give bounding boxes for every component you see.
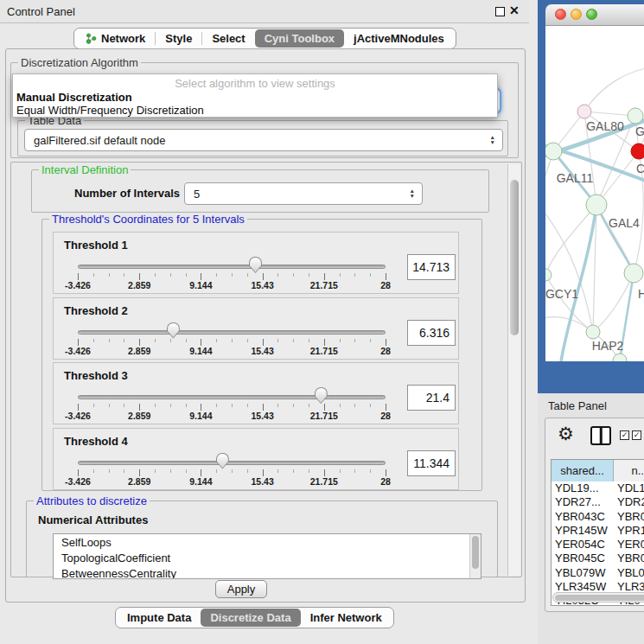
network-node[interactable] xyxy=(628,108,643,124)
tab-cyni-toolbox[interactable]: Cyni Toolbox xyxy=(255,29,344,48)
table-cell[interactable]: YBR043C xyxy=(552,510,614,524)
tab-jactivemnodules[interactable]: jActiveMNodules xyxy=(344,29,454,48)
network-icon xyxy=(86,33,97,44)
threshold-panel: Threshold 3-3.4262.8599.14415.4321.71528… xyxy=(53,362,459,424)
table-data-combobox[interactable]: galFiltered.sif default node ▲▼ xyxy=(24,129,503,151)
table-cell[interactable]: YBR0 xyxy=(614,510,644,524)
tab-discretize-data[interactable]: Discretize Data xyxy=(201,609,300,627)
attributes-scrollbar-thumb[interactable] xyxy=(472,536,479,569)
network-node[interactable] xyxy=(545,269,552,281)
threshold-panel: Threshold 2-3.4262.8599.14415.4321.71528… xyxy=(53,297,459,360)
table-row[interactable]: YER054CYER0 xyxy=(552,538,644,552)
slider-track[interactable] xyxy=(78,265,386,269)
tab-label: Style xyxy=(165,32,192,45)
table-cell[interactable]: YER0 xyxy=(614,538,644,552)
tab-network[interactable]: Network xyxy=(76,29,155,48)
close-icon[interactable]: ✕ xyxy=(509,3,520,17)
table-hscrollbar-thumb[interactable] xyxy=(555,595,644,601)
column-header-name[interactable]: n... xyxy=(614,460,644,481)
threshold-value-field[interactable]: 6.316 xyxy=(407,320,456,346)
table-horizontal-scrollbar[interactable] xyxy=(552,592,644,603)
split-columns-icon[interactable] xyxy=(590,426,611,445)
network-node[interactable] xyxy=(613,354,627,361)
control-panel-title: Control Panel xyxy=(7,5,75,18)
tab-infer-network[interactable]: Infer Network xyxy=(301,609,392,627)
table-cell[interactable]: YDR27... xyxy=(552,495,614,509)
table-row[interactable]: YBL079WYBL0 xyxy=(552,566,644,580)
settings-scrollbar-thumb[interactable] xyxy=(510,180,519,335)
threshold-label: Threshold 2 xyxy=(64,304,128,317)
table-cell[interactable]: YPR1 xyxy=(614,524,644,538)
network-node[interactable] xyxy=(631,143,644,159)
table-cell[interactable]: YDL1 xyxy=(614,481,644,495)
apply-button[interactable]: Apply xyxy=(215,580,267,598)
slider-thumb[interactable] xyxy=(216,453,229,469)
threshold-value-field[interactable]: 11.344 xyxy=(407,450,456,476)
table-panel-region: Table Panel ⚙ ✓ ✓ shared... n... YDL19..… xyxy=(538,393,644,644)
network-node[interactable] xyxy=(577,105,591,118)
slider-track[interactable] xyxy=(78,330,386,335)
attributes-scrollbar[interactable] xyxy=(469,534,481,578)
attribute-list-item[interactable]: SelfLoops xyxy=(54,534,481,550)
close-traffic-light-icon[interactable] xyxy=(555,9,566,20)
checkbox-icon[interactable]: ✓ xyxy=(620,430,629,440)
interval-definition-title: Interval Definition xyxy=(39,163,131,176)
algorithm-option-equal-width[interactable]: Equal Width/Frequency Discretization xyxy=(16,104,204,117)
table-row[interactable]: YBR045CYBR0 xyxy=(552,552,644,565)
slider-track[interactable] xyxy=(78,461,386,465)
table-row[interactable]: YDR27...YDR2 xyxy=(552,495,644,509)
table-cell[interactable]: YDR2 xyxy=(614,495,644,509)
attribute-list-item[interactable]: BetweennessCentrality xyxy=(54,565,481,579)
table-cell[interactable]: YDL19... xyxy=(552,481,614,495)
threshold-value-field[interactable]: 14.713 xyxy=(407,254,456,280)
threshold-label: Threshold 4 xyxy=(64,435,128,448)
slider-thumb[interactable] xyxy=(167,322,180,339)
attribute-list-item[interactable]: TopologicalCoefficient xyxy=(54,550,481,565)
slider-track[interactable] xyxy=(78,395,386,399)
table-cell[interactable]: YPR145W xyxy=(552,524,614,538)
tab-select[interactable]: Select xyxy=(202,29,254,48)
checkbox-icon[interactable]: ✓ xyxy=(632,430,641,440)
threshold-label: Threshold 3 xyxy=(64,369,128,382)
table-cell[interactable]: YBL079W xyxy=(552,566,614,580)
node-label: GAL80 xyxy=(586,119,624,133)
network-node[interactable] xyxy=(624,264,643,283)
threshold-value-field[interactable]: 21.4 xyxy=(407,385,456,411)
node-label: H xyxy=(638,287,644,301)
table-cell[interactable]: YBR0 xyxy=(614,552,644,565)
slider-thumb[interactable] xyxy=(249,257,262,273)
network-edge xyxy=(545,203,593,332)
tab-label: Impute Data xyxy=(127,611,191,624)
algorithm-option-manual[interactable]: Manual Discretization xyxy=(16,91,132,104)
minimize-traffic-light-icon[interactable] xyxy=(571,9,582,20)
slider-thumb[interactable] xyxy=(315,387,328,404)
table-row[interactable]: YBR043CYBR0 xyxy=(552,510,644,524)
interval-definition-group: Interval Definition Number of Intervals … xyxy=(31,169,489,213)
zoom-traffic-light-icon[interactable] xyxy=(586,9,597,20)
node-label: GAL xyxy=(635,124,644,138)
table-cell[interactable]: YBL0 xyxy=(614,566,644,580)
table-row[interactable]: YDL19...YDL1 xyxy=(552,481,644,495)
network-canvas[interactable]: GAL80GALCGAL11GAL4GCY1HHAP2 xyxy=(545,26,644,361)
gear-icon[interactable]: ⚙ xyxy=(558,424,574,444)
spinner-arrows-icon: ▲▼ xyxy=(410,188,415,199)
attributes-group-title: Attributes to discretize xyxy=(34,494,150,507)
table-row[interactable]: YPR145WYPR1 xyxy=(552,524,644,538)
network-window-titlebar[interactable] xyxy=(545,4,644,26)
node-attribute-table: shared... n... YDL19...YDL1YDR27...YDR2Y… xyxy=(551,459,644,606)
number-of-intervals-combobox[interactable]: 5 ▲▼ xyxy=(184,182,423,205)
network-edge-highlighted xyxy=(596,205,634,273)
settings-scrollbar[interactable] xyxy=(507,164,520,576)
tab-impute-data[interactable]: Impute Data xyxy=(118,609,201,627)
column-header-shared-name[interactable]: shared... xyxy=(552,460,614,481)
numerical-attributes-list[interactable]: SelfLoopsTopologicalCoefficientBetweenne… xyxy=(53,533,481,579)
table-cell[interactable]: YBR045C xyxy=(552,552,614,565)
float-window-icon[interactable] xyxy=(495,7,505,16)
network-node[interactable] xyxy=(586,325,600,339)
table-cell[interactable]: YER054C xyxy=(552,538,614,552)
network-node[interactable] xyxy=(586,194,607,215)
tab-label: Cyni Toolbox xyxy=(265,32,335,45)
number-of-intervals-label: Number of Intervals xyxy=(74,187,180,200)
tab-style[interactable]: Style xyxy=(156,29,201,48)
network-node[interactable] xyxy=(545,143,562,160)
